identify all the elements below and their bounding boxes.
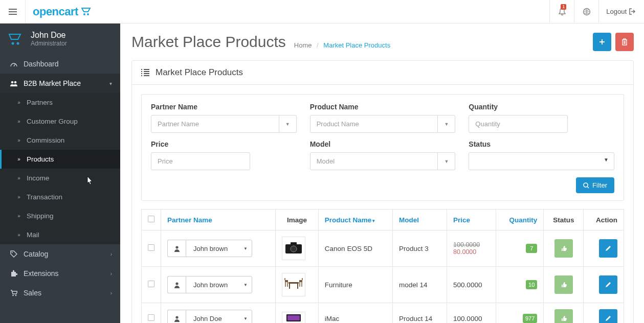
row-product-name: Canon EOS 5D [318, 230, 392, 267]
quantity-input[interactable] [469, 115, 568, 133]
camera-icon [284, 241, 303, 256]
partner-name-input[interactable] [151, 115, 279, 133]
svg-point-0 [83, 13, 85, 15]
sidebar-item-shipping[interactable]: »Shipping [0, 206, 120, 225]
row-edit-button[interactable] [599, 309, 617, 323]
svg-rect-16 [288, 282, 299, 284]
svg-point-6 [14, 81, 17, 84]
sidebar-item-sales[interactable]: Sales › [0, 283, 120, 303]
topbar: opencart 1 Logout [0, 0, 644, 24]
svg-point-1 [87, 13, 89, 15]
chevron-right-icon: » [14, 175, 24, 181]
thumbs-up-icon [560, 281, 567, 288]
row-price: 500.0000 [447, 267, 496, 303]
row-checkbox[interactable] [148, 314, 154, 321]
add-new-button[interactable] [593, 33, 611, 51]
row-edit-button[interactable] [599, 275, 617, 294]
row-price-new: 80.0000 [453, 248, 490, 256]
sidebar-item-label: Sales [24, 289, 41, 297]
breadcrumb-current[interactable]: Market Place Products [323, 41, 390, 49]
dashboard-icon [8, 61, 19, 67]
sidebar-item-products[interactable]: »Products [0, 150, 120, 169]
table-header-quantity[interactable]: Quantity [496, 210, 544, 230]
chevron-right-icon: » [14, 119, 24, 124]
partner-name-dropdown-toggle[interactable]: ▼ [279, 115, 297, 133]
status-select[interactable]: ▼ [469, 152, 614, 170]
table-header-model[interactable]: Model [393, 210, 447, 230]
row-partner-select[interactable]: John Doe [186, 310, 252, 323]
row-checkbox[interactable] [148, 244, 154, 251]
sidebar-item-income[interactable]: »Income [0, 169, 120, 188]
model-dropdown-toggle[interactable]: ▼ [438, 152, 455, 170]
filter-button[interactable]: Filter [576, 177, 614, 193]
row-partner-select[interactable]: John brown [186, 276, 252, 293]
breadcrumb-home[interactable]: Home [294, 41, 312, 49]
table-header-partner[interactable]: Partner Name [161, 210, 276, 230]
sidebar-item-extensions[interactable]: Extensions › [0, 264, 120, 283]
svg-point-15 [175, 282, 178, 285]
breadcrumb-sep: / [317, 41, 319, 49]
chevron-down-icon: ▼ [604, 157, 609, 163]
svg-rect-18 [299, 280, 302, 282]
sidebar-item-partners[interactable]: »Partners [0, 93, 120, 112]
delete-button[interactable] [615, 33, 634, 51]
sidebar-item-customer-group[interactable]: »Customer Group [0, 112, 120, 131]
row-status-button[interactable] [554, 275, 573, 294]
profile-name: John Doe [31, 31, 67, 40]
sidebar-item-mail[interactable]: »Mail [0, 225, 120, 244]
sidebar-item-label: B2B Market Place [24, 79, 81, 87]
price-input[interactable] [151, 152, 250, 170]
sidebar-item-catalog[interactable]: Catalog › [0, 244, 120, 264]
sidebar-item-label: Products [27, 155, 54, 163]
sidebar-item-label: Dashboard [24, 60, 59, 68]
sidebar-item-label: Commission [27, 136, 64, 144]
filter-label-partner-name: Partner Name [151, 103, 297, 111]
table-header-product[interactable]: Product Name▾ [318, 210, 392, 230]
menu-icon [9, 9, 17, 15]
filter-model: Model ▼ [310, 140, 456, 170]
sidebar-item-b2b-marketplace[interactable]: B2B Market Place ▾ [0, 74, 120, 93]
model-input[interactable] [310, 152, 438, 170]
chevron-right-icon: › [110, 271, 112, 276]
select-all-checkbox[interactable] [148, 216, 154, 222]
svg-point-5 [11, 81, 14, 84]
filter-label-model: Model [310, 140, 456, 148]
store-front-button[interactable] [574, 0, 598, 24]
row-price: 100.0000 [447, 303, 496, 324]
svg-point-11 [175, 246, 178, 248]
sidebar-toggle-button[interactable] [0, 0, 26, 24]
svg-rect-21 [287, 315, 300, 320]
filter-quantity: Quantity [469, 103, 614, 133]
product-thumbnail [282, 273, 305, 296]
panel-heading: Market Place Products [132, 61, 633, 85]
search-icon [583, 182, 589, 189]
svg-rect-14 [291, 242, 297, 245]
chevron-right-icon: » [14, 232, 24, 238]
chevron-right-icon: » [14, 213, 24, 219]
sidebar-item-commission[interactable]: »Commission [0, 131, 120, 150]
table-row: John brown Canon EOS 5D Product 3 100.00… [142, 230, 624, 267]
product-name-input[interactable] [310, 115, 438, 133]
sidebar-item-label: Extensions [24, 269, 58, 278]
row-partner-user-button[interactable] [167, 240, 186, 257]
row-status-button[interactable] [554, 309, 573, 323]
brand[interactable]: opencart [26, 5, 102, 18]
logout-button[interactable]: Logout [598, 0, 644, 24]
row-product-name: iMac [318, 303, 392, 324]
product-name-dropdown-toggle[interactable]: ▼ [438, 115, 455, 133]
brand-cart-icon [81, 7, 95, 16]
row-checkbox[interactable] [148, 281, 154, 287]
row-edit-button[interactable] [599, 239, 617, 258]
row-partner-user-button[interactable] [167, 276, 186, 293]
table-header-label: Product Name [325, 216, 372, 224]
table-header-price[interactable]: Price [447, 210, 496, 230]
sidebar-item-label: Mail [27, 231, 39, 239]
row-partner-user-button[interactable] [167, 310, 186, 323]
sidebar-item-transaction[interactable]: »Transaction [0, 188, 120, 206]
notifications-button[interactable]: 1 [549, 0, 574, 24]
chevron-right-icon: » [14, 137, 24, 143]
sidebar-item-dashboard[interactable]: Dashboard [0, 54, 120, 74]
row-partner-select[interactable]: John brown [186, 240, 252, 257]
sidebar: John Doe Administrator Dashboard B2B Mar… [0, 24, 120, 323]
row-status-button[interactable] [554, 239, 573, 258]
